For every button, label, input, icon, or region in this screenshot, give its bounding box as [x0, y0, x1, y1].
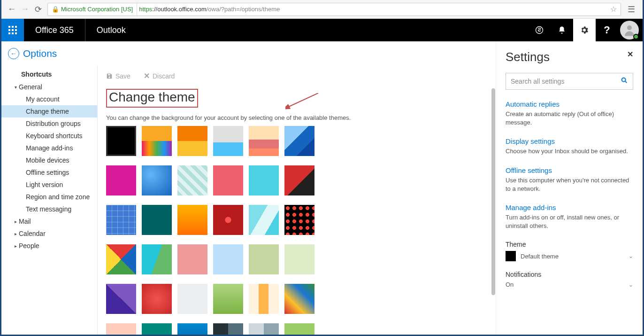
theme-tile-wave[interactable]: [284, 126, 314, 156]
theme-tile-default-black[interactable]: [106, 126, 136, 156]
theme-swatch: [506, 251, 516, 261]
back-button[interactable]: ←: [5, 3, 18, 16]
discard-label: Discard: [153, 72, 175, 80]
settings-search[interactable]: [506, 73, 633, 90]
scrollbar[interactable]: [491, 88, 496, 335]
svg-point-1: [627, 25, 632, 30]
theme-tile-orange-stripe[interactable]: [249, 284, 279, 314]
app-launcher[interactable]: [1, 19, 24, 41]
avatar[interactable]: [620, 21, 639, 39]
address-bar[interactable]: 🔒 Microsoft Corporation [US] https://out…: [47, 3, 621, 16]
sidebar-item-mobile-devices[interactable]: Mobile devices: [1, 154, 97, 166]
theme-tile-dark-stripe[interactable]: [213, 323, 243, 335]
browser-menu-icon[interactable]: ☰: [624, 3, 639, 16]
theme-tile-olive-hex[interactable]: [249, 244, 279, 274]
theme-selector[interactable]: Default theme ⌄: [506, 251, 633, 261]
settings-link-manage-add-ins[interactable]: Manage add-ins: [506, 203, 633, 211]
back-arrow-icon: ←: [8, 48, 19, 59]
theme-tile-red-dots[interactable]: [284, 205, 314, 235]
sidebar-item-offline-settings[interactable]: Offline settings: [1, 166, 97, 179]
theme-tile-sailboat[interactable]: [213, 126, 243, 156]
theme-tile-grey-stripe[interactable]: [249, 323, 279, 335]
sidebar-item-keyboard-shortcuts[interactable]: Keyboard shortcuts: [1, 130, 97, 142]
reload-button[interactable]: ⟳: [31, 3, 45, 16]
sidebar-shortcuts[interactable]: Shortcuts: [1, 68, 97, 81]
notifications-value: On: [506, 281, 514, 288]
theme-tile-teal-solid[interactable]: [142, 323, 172, 335]
sidebar-item-my-account[interactable]: My account: [1, 93, 97, 105]
discard-button[interactable]: ✕ Discard: [144, 71, 175, 80]
main-pane: Save ✕ Discard Change theme You can chan…: [98, 66, 496, 335]
presence-indicator: [633, 34, 639, 39]
settings-desc: Use this computer when you're not connec…: [506, 176, 633, 193]
theme-tile-blueprint[interactable]: [106, 205, 136, 235]
settings-link-display-settings[interactable]: Display settings: [506, 137, 633, 145]
sidebar-group-mail[interactable]: Mail: [1, 215, 97, 227]
save-button[interactable]: Save: [106, 71, 130, 80]
page-title: Change theme: [106, 89, 198, 108]
theme-tile-purple-tri[interactable]: [106, 284, 136, 314]
notifications-label: Notifications: [506, 271, 633, 278]
theme-tile-stars-rainbow[interactable]: [142, 126, 172, 156]
skype-icon[interactable]: [528, 19, 551, 41]
theme-tile-strawberry[interactable]: [142, 284, 172, 314]
theme-tile-crayons[interactable]: [177, 205, 207, 235]
options-title: Options: [23, 48, 57, 59]
theme-tile-red-black-fold[interactable]: [284, 165, 314, 195]
settings-link-automatic-replies[interactable]: Automatic replies: [506, 100, 633, 108]
sidebar-group-calendar[interactable]: Calendar: [1, 227, 97, 240]
close-icon[interactable]: ✕: [627, 50, 633, 59]
theme-tile-circuit[interactable]: [142, 205, 172, 235]
theme-tile-spring-green[interactable]: [213, 284, 243, 314]
search-icon[interactable]: [621, 77, 628, 86]
theme-section-label: Theme: [506, 241, 633, 248]
search-input[interactable]: [511, 78, 616, 85]
theme-tile-magenta[interactable]: [106, 165, 136, 195]
settings-desc: Create an automatic reply (Out of office…: [506, 110, 633, 127]
theme-tile-google-tri[interactable]: [106, 244, 136, 274]
theme-tile-paint-splatter[interactable]: [284, 284, 314, 314]
theme-tile-paper-blue[interactable]: [213, 244, 243, 274]
theme-grid: [106, 126, 487, 335]
options-back[interactable]: ← Options: [1, 41, 496, 66]
theme-tile-bokeh-red[interactable]: [213, 205, 243, 235]
theme-value: Default theme: [521, 253, 559, 260]
notifications-icon[interactable]: [551, 19, 573, 41]
theme-tile-blue-crystal[interactable]: [142, 165, 172, 195]
theme-tile-palm-sunset[interactable]: [249, 126, 279, 156]
sidebar-item-distribution-groups[interactable]: Distribution groups: [1, 117, 97, 130]
sidebar-item-region-and-time-zone[interactable]: Region and time zone: [1, 191, 97, 203]
sidebar-group-people[interactable]: People: [1, 240, 97, 252]
theme-tile-teal-poly[interactable]: [249, 205, 279, 235]
theme-tile-peach[interactable]: [106, 323, 136, 335]
lock-icon: 🔒: [52, 6, 59, 13]
theme-tile-robot[interactable]: [249, 165, 279, 195]
settings-link-offline-settings[interactable]: Offline settings: [506, 166, 633, 174]
theme-tile-lime[interactable]: [284, 323, 314, 335]
theme-tile-mint-poly[interactable]: [284, 244, 314, 274]
theme-tile-coral[interactable]: [213, 165, 243, 195]
cert-label: Microsoft Corporation [US]: [61, 6, 133, 13]
settings-gear-icon[interactable]: [573, 19, 596, 41]
theme-tile-green-cyan[interactable]: [142, 244, 172, 274]
theme-tile-salmon-dots[interactable]: [177, 244, 207, 274]
sidebar-item-change-theme[interactable]: Change theme: [1, 105, 97, 117]
notifications-selector[interactable]: On ⌄: [506, 281, 633, 288]
settings-desc: Choose how your Inbox should be organise…: [506, 147, 633, 156]
sidebar-item-light-version[interactable]: Light version: [1, 179, 97, 191]
suite-bar: Office 365 Outlook ?: [1, 19, 643, 41]
theme-tile-snowflake[interactable]: [177, 284, 207, 314]
app-label: Outlook: [85, 19, 137, 41]
waffle-icon: [8, 26, 17, 34]
forward-button[interactable]: →: [18, 3, 31, 16]
sidebar-item-manage-add-ins[interactable]: Manage add-ins: [1, 142, 97, 154]
chevron-down-icon: ⌄: [629, 253, 633, 259]
save-icon: [106, 73, 113, 79]
theme-tile-lego[interactable]: [177, 126, 207, 156]
theme-tile-mint-chevron[interactable]: [177, 165, 207, 195]
theme-tile-ocean[interactable]: [177, 323, 207, 335]
sidebar-group-general[interactable]: General: [1, 81, 97, 93]
help-icon[interactable]: ?: [596, 19, 618, 41]
bookmark-icon[interactable]: ☆: [606, 5, 621, 14]
sidebar-item-text-messaging[interactable]: Text messaging: [1, 203, 97, 215]
